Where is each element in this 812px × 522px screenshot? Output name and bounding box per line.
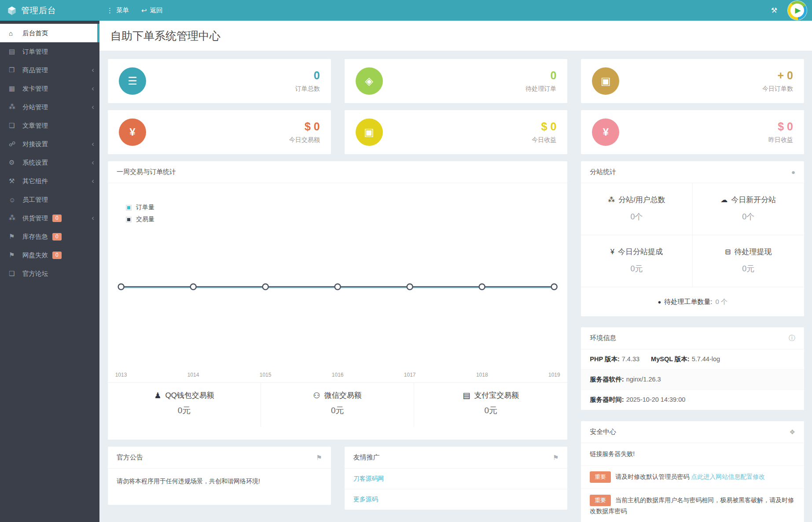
wechat-icon: ⚇ (313, 391, 320, 400)
environment-row: 服务器时间:2025-10-20 14:39:00 (581, 390, 804, 410)
sidebar-item-home[interactable]: ⌂后台首页 (0, 24, 99, 42)
list-icon: ▤ (9, 48, 22, 56)
promo-link[interactable]: 更多源码 (345, 489, 568, 510)
gateway-wechat: ⚇微信交易额0元 (261, 383, 414, 427)
promo-links: 刀客源码网更多源码 (345, 469, 568, 510)
back-arrow-icon: ↩ (141, 7, 147, 15)
sidebar-item-label: 订单管理 (22, 48, 48, 56)
home-icon: ⌂ (9, 30, 22, 37)
substation-panel-header: 分站统计 ● (581, 161, 804, 183)
sidebar-item-label: 官方论坛 (22, 270, 48, 278)
alert-text: 链接服务器失败! (590, 450, 635, 457)
stat-value: $ 0 (532, 120, 556, 133)
info-icon: ⓘ (789, 334, 795, 342)
sitemap-icon: ⁂ (608, 196, 615, 204)
substat-total-substations: ⁂分站/用户总数0个 (581, 183, 692, 235)
security-panel: 安全中心 ❖ 链接服务器失败!重要请及时修改默认管理员密码 点此进入网站信息配置… (581, 421, 804, 522)
back-button[interactable]: ↩ 返回 (141, 6, 163, 15)
stat-value: $ 0 (768, 120, 793, 133)
yen-icon: ¥ (119, 118, 146, 146)
chart-panel-header: 一周交易与订单统计 (108, 161, 567, 183)
sidebar-item-label: 库存告急 (22, 233, 48, 241)
sidebar-item-netdisk-fail[interactable]: ⚑网盘失效0 (0, 246, 99, 264)
chevron-left-icon: ‹ (92, 66, 94, 74)
substat-label: 今日分站提成 (618, 248, 663, 256)
environment-panel: 环境信息 ⓘ PHP 版本:7.4.33MySQL 版本:5.7.44-log服… (581, 327, 804, 410)
sidebar-item-supply[interactable]: ⁂供货管理0‹ (0, 209, 99, 227)
chart-area: 订单量交易量 1013101410151016101710181019 (108, 183, 567, 382)
security-alerts: 链接服务器失败!重要请及时修改默认管理员密码 点此进入网站信息配置修改重要当前主… (581, 443, 804, 522)
gateway-value: 0元 (414, 405, 567, 416)
legend-label: 订单量 (136, 204, 154, 211)
env-label: 服务器时间: (590, 396, 624, 403)
promo-link[interactable]: 刀客源码网 (345, 469, 568, 489)
security-alert: 链接服务器失败! (581, 443, 804, 466)
bullhorn-icon: ⚑ (553, 454, 558, 462)
sidebar-item-components[interactable]: ⚒其它组件‹ (0, 172, 99, 190)
sidebar-item-stock-alert[interactable]: ⚑库存告急0 (0, 227, 99, 246)
app-logo[interactable]: ▶ (788, 1, 807, 20)
dot-icon: ● (791, 168, 795, 176)
security-title: 安全中心 (590, 428, 616, 436)
gateway-value: 0元 (261, 405, 414, 416)
line-chart (108, 183, 567, 382)
legend-checkbox (126, 205, 132, 211)
sidebar-item-substation[interactable]: ⁂分站管理‹ (0, 98, 99, 116)
play-icon: ▶ (788, 1, 807, 20)
briefcase-icon: ▣ (356, 118, 383, 146)
legend-item[interactable]: 交易量 (126, 215, 154, 223)
substation-title: 分站统计 (590, 168, 616, 176)
stat-card-yesterday-income: ¥$ 0昨日收益 (581, 110, 804, 154)
x-axis-label: 1015 (260, 372, 272, 378)
stat-label: 今日订单数 (762, 85, 793, 93)
substat-label: 分站/用户总数 (618, 196, 665, 204)
stat-value: 0 (295, 69, 320, 82)
menu-button[interactable]: ⋮ 菜单 (107, 6, 129, 15)
chevron-left-icon: ‹ (92, 103, 94, 111)
sidebar-item-label: 发卡管理 (22, 85, 48, 93)
environment-title: 环境信息 (590, 334, 616, 342)
notice-panel-header: 官方公告 ⚑ (108, 447, 331, 469)
config-link[interactable]: 点此进入网站信息配置修改 (691, 473, 765, 480)
sidebar-item-forum[interactable]: ❏官方论坛 (0, 264, 99, 283)
qq-wallet-icon: ♟ (154, 391, 161, 400)
env-value: 5.7.44-log (692, 355, 720, 363)
bullhorn-icon: ⚑ (9, 233, 22, 241)
substat-value: 0个 (693, 211, 804, 222)
sidebar-item-label: 后台首页 (22, 29, 48, 37)
sidebar-item-system[interactable]: ⚙系统设置‹ (0, 153, 99, 172)
brand[interactable]: 管理后台 (0, 5, 99, 16)
legend-item[interactable]: 订单量 (126, 204, 154, 211)
sidebar-item-orders[interactable]: ▤订单管理 (0, 42, 99, 61)
substat-value: 0个 (581, 211, 692, 222)
sidebar-item-api-link[interactable]: ☍对接设置‹ (0, 135, 99, 153)
x-axis-label: 1014 (187, 372, 199, 378)
stat-label: 今日交易额 (289, 136, 320, 144)
substat-today-commission: ¥今日分站提成0元 (581, 235, 692, 287)
banknote-icon: ⊟ (725, 248, 731, 255)
sidebar-item-staff[interactable]: ☺员工管理 (0, 190, 99, 209)
promo-title: 友情推广 (353, 453, 380, 462)
pending-tickets-label: 待处理工单数量: (664, 298, 712, 306)
stat-value: 0 (525, 69, 556, 82)
notice-content: 请勿将本程序用于任何违规场景，共创和谐网络环境! (108, 469, 331, 505)
chevron-left-icon: ‹ (92, 158, 94, 167)
gear-icon: ⚙ (9, 159, 22, 167)
sidebar-item-label: 商品管理 (22, 66, 48, 74)
x-axis-label: 1013 (115, 372, 127, 378)
user-icon: ☺ (9, 196, 22, 204)
sidebar: ⌂后台首页▤订单管理❒商品管理‹▦发卡管理‹⁂分站管理‹❏文章管理☍对接设置‹⚙… (0, 21, 99, 522)
important-badge: 重要 (590, 471, 611, 483)
environment-row: 服务器软件:nginx/1.26.3 (581, 370, 804, 390)
stat-card-pending-orders: ◈0待处理订单 (345, 59, 568, 103)
sidebar-item-articles[interactable]: ❏文章管理 (0, 116, 99, 135)
security-alert: 重要当前主机的数据库用户名与密码相同，极易被黑客破解，请及时修改数据库密码 (581, 489, 804, 522)
gateway-totals-row: ♟QQ钱包交易额0元⚇微信交易额0元▤支付宝交易额0元 (108, 382, 567, 427)
substation-stats-panel: 分站统计 ● ⁂分站/用户总数0个☁今日新开分站0个¥今日分站提成0元⊟待处理提… (581, 161, 804, 316)
sidebar-item-products[interactable]: ❒商品管理‹ (0, 61, 99, 79)
legend-label: 交易量 (136, 215, 154, 223)
sidebar-item-label: 文章管理 (22, 122, 48, 130)
sidebar-item-card-issue[interactable]: ▦发卡管理‹ (0, 79, 99, 98)
gateway-label: 微信交易额 (324, 390, 362, 400)
wrench-icon[interactable]: ⚒ (771, 6, 777, 15)
